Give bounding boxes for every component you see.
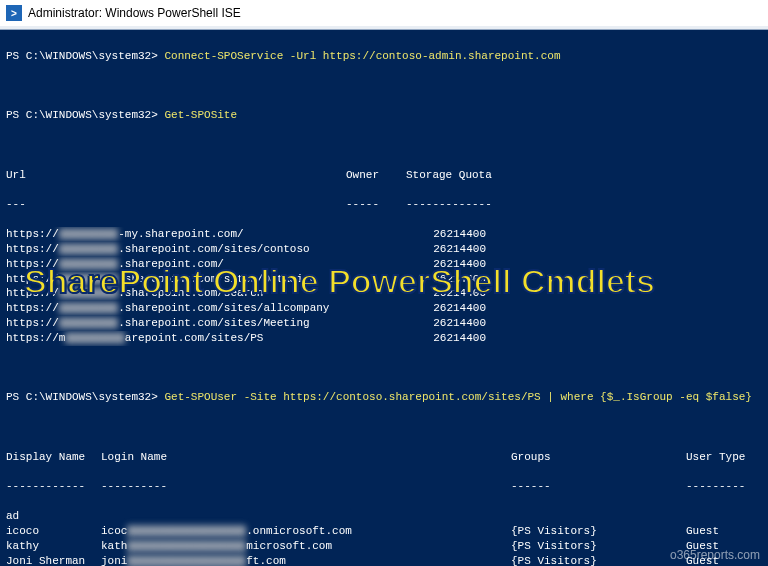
table-row: https://xxxxxxxxx.sharepoint.com/search2…	[6, 286, 762, 301]
col-quota: Storage Quota	[406, 168, 486, 183]
table-row: Joni Shermanjonixxxxxxxxxxxxxxxxxxft.com…	[6, 554, 762, 566]
prompt: PS C:\WINDOWS\system32>	[6, 391, 164, 403]
user-table-dashes: -------------------------------------	[6, 479, 762, 494]
col-displayname: Display Name	[6, 450, 101, 465]
col-url: Url	[6, 168, 346, 183]
col-groups: Groups	[511, 450, 686, 465]
console-output[interactable]: PS C:\WINDOWS\system32> Connect-SPOServi…	[0, 30, 768, 566]
powershell-icon	[6, 5, 22, 21]
table-row: https://xxxxxxxxx.sharepoint.com/sites/c…	[6, 242, 762, 257]
site-table-dashes: ---------------------	[6, 197, 762, 212]
redacted: xxxxxxxxx	[59, 228, 118, 240]
table-row: icocoicocxxxxxxxxxxxxxxxxxx.onmicrosoft.…	[6, 524, 762, 539]
redacted: xxxxxxxxx	[65, 332, 124, 344]
command-line-3: PS C:\WINDOWS\system32> Get-SPOUser -Sit…	[6, 390, 762, 405]
table-row: https://xxxxxxxxx.sharepoint.com/2621440…	[6, 257, 762, 272]
table-row: https://xxxxxxxxx-my.sharepoint.com/2621…	[6, 227, 762, 242]
redacted: xxxxxxxxxxxxxxxxxx	[127, 525, 246, 537]
window-title: Administrator: Windows PowerShell ISE	[28, 6, 241, 20]
redacted: xxxxxxxxx	[59, 273, 118, 285]
command-line-2: PS C:\WINDOWS\system32> Get-SPOSite	[6, 108, 762, 123]
table-row: https://mxxxxxxxxxarepoint.com/sites/PS2…	[6, 331, 762, 346]
site-table-header: UrlOwnerStorage Quota	[6, 168, 762, 183]
col-loginname: Login Name	[101, 450, 511, 465]
redacted: xxxxxxxxx	[59, 302, 118, 314]
watermark: o365reports.com	[670, 548, 760, 562]
command: Connect-SPOService -Url https://contoso-…	[164, 50, 560, 62]
command-line-1: PS C:\WINDOWS\system32> Connect-SPOServi…	[6, 49, 762, 64]
redacted: xxxxxxxxx	[59, 287, 118, 299]
table-row: ad	[6, 509, 762, 524]
prompt: PS C:\WINDOWS\system32>	[6, 50, 164, 62]
command: Get-SPOUser -Site https://contoso.sharep…	[164, 391, 752, 403]
col-owner: Owner	[346, 168, 406, 183]
redacted: xxxxxxxxxxxxxxxxxx	[127, 555, 246, 566]
table-row: https://xxxxxxxxx.sharepoint.com/sites/D…	[6, 272, 762, 287]
table-row: https://xxxxxxxxx.sharepoint.com/sites/M…	[6, 316, 762, 331]
table-row: https://xxxxxxxxx.sharepoint.com/sites/a…	[6, 301, 762, 316]
prompt: PS C:\WINDOWS\system32>	[6, 109, 164, 121]
window-titlebar[interactable]: Administrator: Windows PowerShell ISE	[0, 0, 768, 26]
command: Get-SPOSite	[164, 109, 237, 121]
table-row: kathykathxxxxxxxxxxxxxxxxxxmicrosoft.com…	[6, 539, 762, 554]
redacted: xxxxxxxxx	[59, 258, 118, 270]
redacted: xxxxxxxxx	[59, 317, 118, 329]
redacted: xxxxxxxxxxxxxxxxxx	[127, 540, 246, 552]
redacted: xxxxxxxxx	[59, 243, 118, 255]
user-table-header: Display NameLogin NameGroupsUser Type	[6, 450, 762, 465]
col-usertype: User Type	[686, 450, 756, 465]
